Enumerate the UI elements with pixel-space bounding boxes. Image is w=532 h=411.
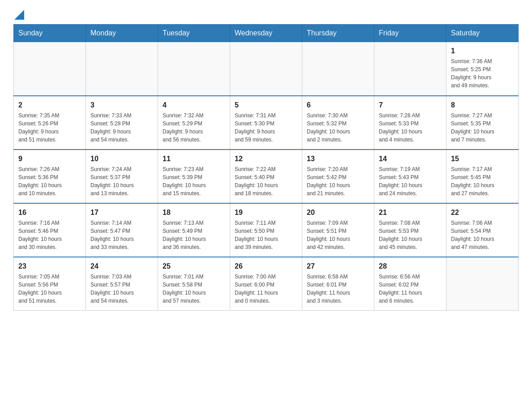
calendar-cell xyxy=(446,257,519,311)
calendar-cell: 13Sunrise: 7:20 AMSunset: 5:42 PMDayligh… xyxy=(302,150,374,203)
day-number: 21 xyxy=(379,207,442,218)
day-info: Sunrise: 7:17 AMSunset: 5:45 PMDaylight:… xyxy=(451,165,514,197)
day-number: 3 xyxy=(90,100,153,110)
calendar-cell: 6Sunrise: 7:30 AMSunset: 5:32 PMDaylight… xyxy=(302,96,374,150)
day-number: 26 xyxy=(235,261,297,271)
day-number: 14 xyxy=(379,154,442,164)
calendar-header-row: SundayMondayTuesdayWednesdayThursdayFrid… xyxy=(14,25,519,42)
calendar-cell: 9Sunrise: 7:26 AMSunset: 5:36 PMDaylight… xyxy=(14,150,86,203)
day-info: Sunrise: 7:23 AMSunset: 5:39 PMDaylight:… xyxy=(163,165,225,197)
day-number: 4 xyxy=(163,100,225,110)
day-number: 17 xyxy=(90,207,153,218)
calendar-cell: 12Sunrise: 7:22 AMSunset: 5:40 PMDayligh… xyxy=(230,150,302,203)
day-info: Sunrise: 7:13 AMSunset: 5:49 PMDaylight:… xyxy=(163,219,225,251)
weekday-header-friday: Friday xyxy=(374,25,446,42)
weekday-header-wednesday: Wednesday xyxy=(230,25,302,42)
calendar-cell xyxy=(302,42,374,96)
day-number: 8 xyxy=(451,100,514,110)
calendar-cell: 16Sunrise: 7:16 AMSunset: 5:46 PMDayligh… xyxy=(14,203,86,257)
calendar-cell: 3Sunrise: 7:33 AMSunset: 5:28 PMDaylight… xyxy=(86,96,158,150)
day-number: 12 xyxy=(235,154,297,164)
day-info: Sunrise: 6:58 AMSunset: 6:01 PMDaylight:… xyxy=(307,273,369,305)
day-info: Sunrise: 7:19 AMSunset: 5:43 PMDaylight:… xyxy=(379,165,442,197)
day-info: Sunrise: 7:35 AMSunset: 5:26 PMDaylight:… xyxy=(18,111,81,144)
day-info: Sunrise: 7:22 AMSunset: 5:40 PMDaylight:… xyxy=(235,165,297,197)
calendar-cell: 5Sunrise: 7:31 AMSunset: 5:30 PMDaylight… xyxy=(230,96,302,150)
day-info: Sunrise: 7:32 AMSunset: 5:29 PMDaylight:… xyxy=(163,111,225,144)
day-info: Sunrise: 7:28 AMSunset: 5:33 PMDaylight:… xyxy=(379,111,442,144)
day-info: Sunrise: 7:31 AMSunset: 5:30 PMDaylight:… xyxy=(235,111,297,144)
calendar-cell xyxy=(14,42,86,96)
calendar-cell: 1Sunrise: 7:36 AMSunset: 5:25 PMDaylight… xyxy=(446,42,519,96)
day-info: Sunrise: 7:20 AMSunset: 5:42 PMDaylight:… xyxy=(307,165,369,197)
calendar-week-row: 2Sunrise: 7:35 AMSunset: 5:26 PMDaylight… xyxy=(14,96,519,150)
day-number: 1 xyxy=(451,46,514,56)
calendar-cell: 7Sunrise: 7:28 AMSunset: 5:33 PMDaylight… xyxy=(374,96,446,150)
day-info: Sunrise: 7:11 AMSunset: 5:50 PMDaylight:… xyxy=(235,219,297,251)
day-info: Sunrise: 7:30 AMSunset: 5:32 PMDaylight:… xyxy=(307,111,369,144)
day-number: 15 xyxy=(451,154,514,164)
calendar-cell: 23Sunrise: 7:05 AMSunset: 5:56 PMDayligh… xyxy=(14,257,86,311)
calendar-week-row: 23Sunrise: 7:05 AMSunset: 5:56 PMDayligh… xyxy=(14,257,519,311)
day-number: 18 xyxy=(163,207,225,218)
day-number: 5 xyxy=(235,100,297,110)
day-info: Sunrise: 6:56 AMSunset: 6:02 PMDaylight:… xyxy=(379,273,442,305)
calendar-cell: 25Sunrise: 7:01 AMSunset: 5:58 PMDayligh… xyxy=(158,257,230,311)
day-number: 28 xyxy=(379,261,442,271)
calendar-cell: 11Sunrise: 7:23 AMSunset: 5:39 PMDayligh… xyxy=(158,150,230,203)
day-number: 7 xyxy=(379,100,442,110)
day-number: 27 xyxy=(307,261,369,271)
day-number: 24 xyxy=(90,261,153,271)
calendar-cell: 19Sunrise: 7:11 AMSunset: 5:50 PMDayligh… xyxy=(230,203,302,257)
calendar-cell: 17Sunrise: 7:14 AMSunset: 5:47 PMDayligh… xyxy=(86,203,158,257)
logo-arrow-icon xyxy=(14,10,24,20)
weekday-header-monday: Monday xyxy=(86,25,158,42)
day-info: Sunrise: 7:14 AMSunset: 5:47 PMDaylight:… xyxy=(90,219,153,251)
day-number: 20 xyxy=(307,207,369,218)
day-number: 19 xyxy=(235,207,297,218)
day-number: 9 xyxy=(18,154,81,164)
day-number: 16 xyxy=(18,207,81,218)
day-info: Sunrise: 7:00 AMSunset: 6:00 PMDaylight:… xyxy=(235,273,297,305)
day-number: 2 xyxy=(18,100,81,110)
day-info: Sunrise: 7:27 AMSunset: 5:35 PMDaylight:… xyxy=(451,111,514,144)
calendar-cell: 10Sunrise: 7:24 AMSunset: 5:37 PMDayligh… xyxy=(86,150,158,203)
day-number: 10 xyxy=(90,154,153,164)
day-info: Sunrise: 7:03 AMSunset: 5:57 PMDaylight:… xyxy=(90,273,153,305)
calendar-cell: 28Sunrise: 6:56 AMSunset: 6:02 PMDayligh… xyxy=(374,257,446,311)
header xyxy=(13,9,519,20)
calendar-cell: 14Sunrise: 7:19 AMSunset: 5:43 PMDayligh… xyxy=(374,150,446,203)
weekday-header-saturday: Saturday xyxy=(446,25,519,42)
day-number: 25 xyxy=(163,261,225,271)
calendar-cell: 22Sunrise: 7:06 AMSunset: 5:54 PMDayligh… xyxy=(446,203,519,257)
calendar-cell xyxy=(374,42,446,96)
day-info: Sunrise: 7:01 AMSunset: 5:58 PMDaylight:… xyxy=(163,273,225,305)
calendar-week-row: 1Sunrise: 7:36 AMSunset: 5:25 PMDaylight… xyxy=(14,42,519,96)
calendar-cell: 8Sunrise: 7:27 AMSunset: 5:35 PMDaylight… xyxy=(446,96,519,150)
calendar-cell: 15Sunrise: 7:17 AMSunset: 5:45 PMDayligh… xyxy=(446,150,519,203)
calendar-week-row: 9Sunrise: 7:26 AMSunset: 5:36 PMDaylight… xyxy=(14,150,519,203)
day-info: Sunrise: 7:08 AMSunset: 5:53 PMDaylight:… xyxy=(379,219,442,251)
logo xyxy=(13,9,24,20)
day-info: Sunrise: 7:09 AMSunset: 5:51 PMDaylight:… xyxy=(307,219,369,251)
calendar-cell: 4Sunrise: 7:32 AMSunset: 5:29 PMDaylight… xyxy=(158,96,230,150)
calendar-cell: 21Sunrise: 7:08 AMSunset: 5:53 PMDayligh… xyxy=(374,203,446,257)
calendar-cell: 26Sunrise: 7:00 AMSunset: 6:00 PMDayligh… xyxy=(230,257,302,311)
calendar-cell: 18Sunrise: 7:13 AMSunset: 5:49 PMDayligh… xyxy=(158,203,230,257)
calendar-cell xyxy=(158,42,230,96)
day-number: 23 xyxy=(18,261,81,271)
day-number: 11 xyxy=(163,154,225,164)
calendar-cell: 2Sunrise: 7:35 AMSunset: 5:26 PMDaylight… xyxy=(14,96,86,150)
day-info: Sunrise: 7:05 AMSunset: 5:56 PMDaylight:… xyxy=(18,273,81,305)
day-info: Sunrise: 7:06 AMSunset: 5:54 PMDaylight:… xyxy=(451,219,514,251)
day-number: 6 xyxy=(307,100,369,110)
svg-marker-0 xyxy=(14,10,24,20)
day-number: 22 xyxy=(451,207,514,218)
calendar-cell xyxy=(230,42,302,96)
day-info: Sunrise: 7:33 AMSunset: 5:28 PMDaylight:… xyxy=(90,111,153,144)
weekday-header-thursday: Thursday xyxy=(302,25,374,42)
day-info: Sunrise: 7:36 AMSunset: 5:25 PMDaylight:… xyxy=(451,57,514,90)
calendar-cell xyxy=(86,42,158,96)
day-info: Sunrise: 7:26 AMSunset: 5:36 PMDaylight:… xyxy=(18,165,81,197)
calendar-cell: 20Sunrise: 7:09 AMSunset: 5:51 PMDayligh… xyxy=(302,203,374,257)
